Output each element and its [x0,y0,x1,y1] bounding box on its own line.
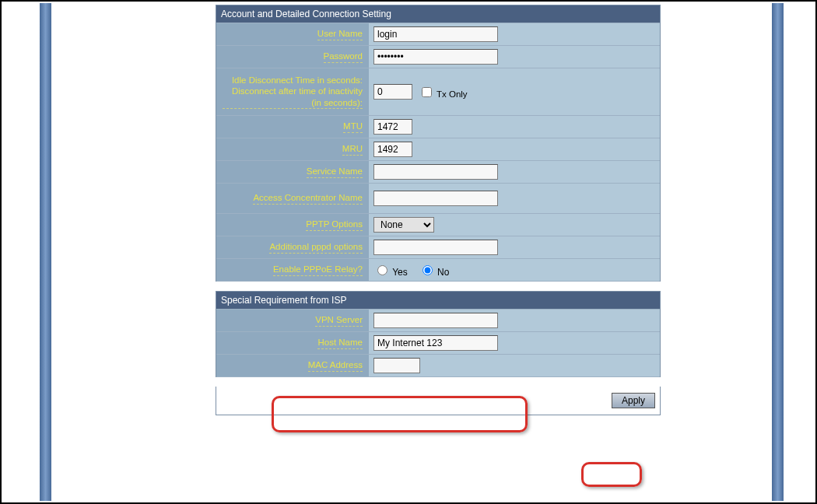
row-pppoe-relay: Enable PPPoE Relay? Yes No [216,258,660,282]
row-user-name: User Name [216,23,660,45]
service-name-label: Service Name [307,166,363,177]
row-additional-pppd: Additional pppd options [216,236,660,258]
isp-section-header: Special Requirement from ISP [216,292,660,309]
mru-input[interactable] [373,142,412,157]
isp-section: Special Requirement from ISP VPN Server … [216,291,661,377]
row-idle-disconnect: Idle Disconnect Time in seconds: Disconn… [216,68,660,115]
password-input[interactable] [373,49,498,65]
vpn-server-label: VPN Server [315,314,363,326]
row-mac-address: MAC Address [216,354,660,377]
access-concentrator-input[interactable] [373,191,498,206]
pptp-options-label: PPTP Options [306,219,363,230]
tx-only-checkbox[interactable] [422,87,432,97]
account-section: Account and Detailed Connection Setting … [216,5,661,282]
pppoe-relay-no-label[interactable]: No [419,263,450,278]
access-concentrator-label: Access Concentrator Name [253,192,363,204]
row-pptp-options: PPTP Options None [216,213,660,236]
row-mru: MRU [216,138,660,160]
additional-pppd-input[interactable] [373,240,498,255]
password-label: Password [324,51,363,62]
pppoe-relay-yes[interactable] [377,265,387,275]
vpn-server-input[interactable] [373,313,498,328]
footer-bar: Apply [216,387,661,415]
mtu-input[interactable] [373,119,412,135]
tx-only-checkbox-label[interactable]: Tx Only [419,85,468,100]
decor-column-right [772,3,784,501]
row-password: Password [216,45,660,68]
account-section-header: Account and Detailed Connection Setting [216,5,660,23]
mac-address-input[interactable] [373,358,420,373]
additional-pppd-label: Additional pppd options [269,241,363,253]
user-name-label: User Name [317,28,363,40]
pppoe-relay-no[interactable] [423,265,433,275]
decor-column-left [40,3,51,501]
mac-address-label: MAC Address [308,359,363,371]
pppoe-relay-yes-label[interactable]: Yes [373,263,408,278]
host-name-input[interactable] [373,335,498,351]
idle-disconnect-input[interactable] [373,84,412,100]
apply-button[interactable]: Apply [612,393,655,408]
row-mtu: MTU [216,115,660,138]
row-service-name: Service Name [216,160,660,183]
mru-label: MRU [342,143,363,155]
service-name-input[interactable] [373,164,498,180]
user-name-input[interactable] [373,26,498,42]
row-access-concentrator: Access Concentrator Name [216,183,660,213]
row-host-name: Host Name [216,331,660,354]
pppoe-relay-label: Enable PPPoE Relay? [273,264,363,275]
mtu-label: MTU [343,121,363,132]
idle-disconnect-label: Idle Disconnect Time in seconds: Disconn… [223,75,363,109]
row-vpn-server: VPN Server [216,309,660,331]
host-name-label: Host Name [317,337,363,348]
pptp-options-select[interactable]: None [373,217,434,233]
